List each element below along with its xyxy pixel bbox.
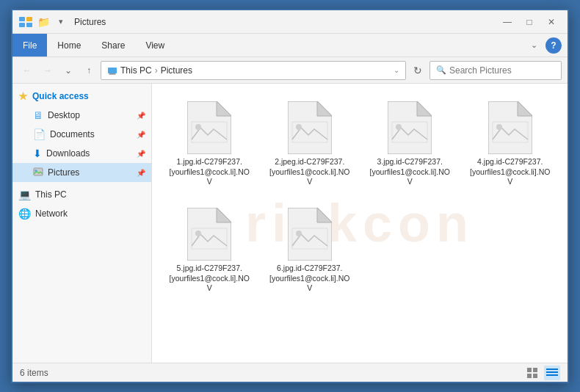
svg-rect-38 — [546, 369, 558, 370]
sidebar-item-documents[interactable]: 📄 Documents 📌 — [12, 125, 151, 144]
svg-rect-3 — [26, 23, 32, 27]
window-title: Pictures — [74, 17, 497, 27]
folder-icon: 📁 — [36, 15, 51, 29]
svg-marker-19 — [417, 101, 432, 116]
window-controls: — □ ✕ — [497, 14, 562, 30]
minimize-button[interactable]: — — [497, 14, 518, 30]
refresh-button[interactable]: ↻ — [409, 62, 427, 79]
downloads-label: Downloads — [46, 148, 90, 159]
network-label: Network — [35, 208, 68, 219]
svg-rect-37 — [533, 374, 537, 378]
file-name: 4.jpg.id-C279F237.[yourfiles1@cock.li].N… — [470, 157, 551, 187]
search-icon: 🔍 — [436, 65, 446, 75]
network-icon: 🌐 — [18, 208, 31, 219]
path-this-pc: This PC — [107, 65, 152, 76]
window-icon — [18, 15, 33, 29]
dropdown-icon[interactable]: ▾ — [54, 15, 68, 29]
search-box[interactable]: 🔍 — [429, 61, 562, 80]
sidebar-item-desktop[interactable]: 🖥 Desktop 📌 — [12, 106, 151, 125]
status-bar: 6 items — [12, 363, 568, 382]
files-grid: 1.jpg.id-C279F237.[yourfiles1@cock.li].N… — [164, 95, 556, 300]
path-sep-1: › — [155, 65, 158, 76]
title-bar: 📁 ▾ Pictures — □ ✕ — [12, 10, 568, 34]
quick-access-icon: ★ — [18, 90, 28, 102]
help-button[interactable]: ? — [545, 37, 562, 54]
file-item-2[interactable]: 2.jpeg.id-C279F237.[yourfiles1@cock.li].… — [264, 95, 356, 193]
svg-rect-36 — [527, 374, 532, 378]
view-controls — [525, 366, 560, 380]
file-icon — [187, 208, 231, 261]
files-area: riskcon 1.jpg.id-C279F237.[yourfiles1@co… — [152, 84, 568, 363]
documents-label: Documents — [50, 129, 95, 139]
up-button[interactable]: ↑ — [80, 62, 98, 79]
file-name: 6.jpg.id-C279F237.[yourfiles1@cock.li].N… — [269, 264, 350, 294]
svg-point-25 — [496, 124, 502, 130]
main-content: ★ Quick access 🖥 Desktop 📌 📄 Documents 📌… — [12, 84, 568, 363]
sidebar-item-thispc[interactable]: 💻 This PC — [12, 185, 151, 204]
pin-icon-4: 📌 — [137, 169, 145, 177]
downloads-icon: ⬇ — [33, 148, 42, 159]
file-icon — [288, 208, 332, 261]
file-item-4[interactable]: 4.jpg.id-C279F237.[yourfiles1@cock.li].N… — [465, 95, 557, 193]
maximize-button[interactable]: □ — [519, 14, 540, 30]
svg-point-21 — [396, 124, 402, 130]
file-icon — [488, 101, 532, 154]
file-name: 3.jpg.id-C279F237.[yourfiles1@cock.li].N… — [369, 157, 450, 187]
file-item-1[interactable]: 1.jpg.id-C279F237.[yourfiles1@cock.li].N… — [164, 95, 255, 193]
item-count: 6 items — [20, 368, 48, 378]
close-button[interactable]: ✕ — [541, 14, 562, 30]
thispc-label: This PC — [35, 189, 67, 200]
sidebar-item-downloads[interactable]: ⬇ Downloads 📌 — [12, 144, 151, 163]
svg-point-17 — [296, 124, 302, 130]
svg-point-29 — [195, 231, 201, 236]
svg-rect-7 — [34, 168, 43, 175]
pin-icon-2: 📌 — [137, 131, 145, 139]
menu-view[interactable]: View — [135, 34, 175, 57]
svg-rect-39 — [546, 371, 558, 373]
documents-icon: 📄 — [33, 128, 46, 140]
file-item-3[interactable]: 3.jpg.id-C279F237.[yourfiles1@cock.li].N… — [364, 95, 456, 193]
pin-icon-3: 📌 — [137, 150, 145, 158]
list-view-button[interactable] — [525, 366, 541, 380]
svg-rect-4 — [108, 68, 117, 73]
nav-dropdown-button[interactable]: ⌄ — [59, 62, 77, 79]
menu-share[interactable]: Share — [91, 34, 135, 57]
sidebar-quick-access: ★ Quick access — [12, 87, 151, 106]
search-input[interactable] — [449, 65, 559, 76]
back-button[interactable]: ← — [18, 62, 36, 79]
svg-rect-34 — [527, 368, 532, 372]
svg-marker-27 — [217, 208, 231, 222]
pin-icon: 📌 — [137, 112, 145, 120]
svg-point-13 — [195, 124, 201, 130]
svg-rect-0 — [19, 17, 25, 21]
sidebar-item-pictures[interactable]: Pictures 📌 — [12, 163, 151, 182]
thispc-icon: 💻 — [18, 189, 31, 200]
svg-marker-31 — [317, 208, 332, 222]
svg-marker-11 — [217, 101, 231, 116]
pictures-icon — [33, 167, 43, 179]
file-item-6[interactable]: 6.jpg.id-C279F237.[yourfiles1@cock.li].N… — [264, 202, 356, 300]
path-chevron[interactable]: ⌄ — [394, 66, 399, 74]
file-name: 2.jpeg.id-C279F237.[yourfiles1@cock.li].… — [269, 157, 350, 187]
menu-bar: File Home Share View ⌄ ? — [12, 34, 568, 57]
grid-view-button[interactable] — [544, 366, 560, 380]
menu-file[interactable]: File — [12, 34, 47, 57]
quick-access-label: Quick access — [32, 91, 89, 101]
file-item-5[interactable]: 5.jpg.id-C279F237.[yourfiles1@cock.li].N… — [164, 202, 255, 300]
sidebar-item-network[interactable]: 🌐 Network — [12, 204, 151, 223]
svg-rect-35 — [533, 368, 537, 372]
svg-point-33 — [296, 231, 302, 236]
menu-chevron[interactable]: ⌄ — [526, 38, 541, 53]
title-bar-icons: 📁 ▾ — [18, 15, 68, 29]
menu-home[interactable]: Home — [47, 34, 91, 57]
file-icon — [388, 101, 432, 154]
pictures-label: Pictures — [48, 167, 79, 178]
forward-button[interactable]: → — [39, 62, 57, 79]
address-path[interactable]: This PC › Pictures ⌄ — [101, 61, 406, 80]
file-name: 5.jpg.id-C279F237.[yourfiles1@cock.li].N… — [169, 264, 250, 294]
svg-rect-1 — [26, 17, 32, 21]
svg-rect-2 — [19, 23, 25, 27]
sidebar: ★ Quick access 🖥 Desktop 📌 📄 Documents 📌… — [12, 84, 152, 363]
svg-rect-40 — [546, 374, 558, 376]
file-icon — [288, 101, 332, 154]
